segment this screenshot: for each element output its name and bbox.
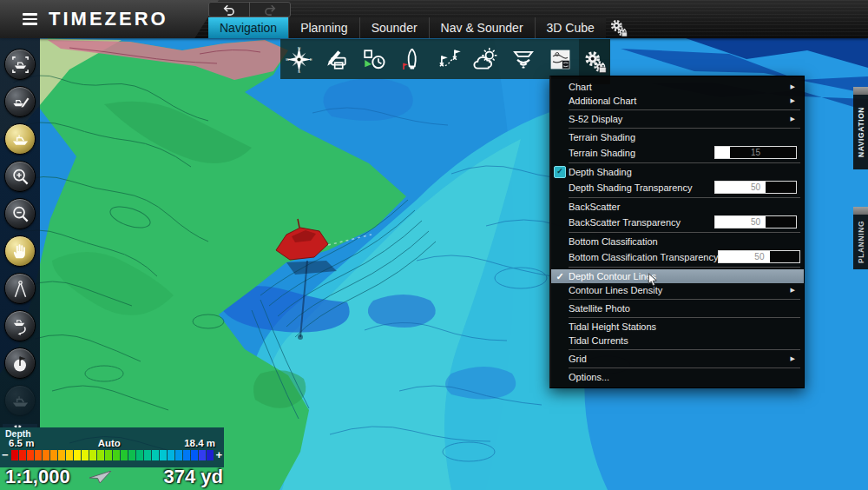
- hidden-tool-button[interactable]: [4, 385, 36, 416]
- colorbar-cell: [175, 450, 182, 460]
- menu-item-options[interactable]: Options...: [551, 370, 804, 384]
- colorbar-cell: [97, 450, 104, 460]
- depth-min-value: 6.5 m: [9, 438, 34, 448]
- selection-timer-icon[interactable]: [355, 39, 392, 79]
- colorbar-cell: [136, 450, 143, 460]
- colorbar-cell: [58, 450, 65, 460]
- notes-print-icon[interactable]: [318, 39, 355, 79]
- colorbar-cell: [19, 450, 26, 460]
- go-to-boat-button[interactable]: [4, 310, 36, 341]
- menu-separator: [569, 128, 800, 129]
- measure-dividers-button[interactable]: [4, 273, 36, 304]
- menu-item-grid[interactable]: Grid ▶: [551, 352, 804, 366]
- colorbar-cell: [105, 450, 112, 460]
- checkbox-checked-icon: ✓: [554, 166, 566, 178]
- depth-scale-plus-button[interactable]: +: [215, 450, 222, 460]
- colorbar-cell: [191, 450, 198, 460]
- menu-item-terrain-shading-slider: Terrain Shading 15: [551, 144, 804, 161]
- colorbar-cell: [113, 450, 120, 460]
- menu-item-contour-lines-density[interactable]: Contour Lines Density ▶: [551, 283, 804, 297]
- zoom-out-button[interactable]: [4, 198, 36, 229]
- colorbar-cell: [160, 450, 167, 460]
- timezero-app: { "header": { "title": "TIMEZERO", "tabs…: [0, 0, 868, 490]
- menu-separator: [569, 349, 800, 350]
- submenu-arrow-icon: ▶: [791, 97, 800, 104]
- colorbar-cell: [89, 450, 96, 460]
- tool-sidebar: [0, 38, 40, 427]
- backscatter-transparency-slider[interactable]: 50: [714, 215, 797, 228]
- pan-hand-button[interactable]: [4, 235, 36, 267]
- colorbar-cell: [50, 450, 57, 460]
- drop-mark-flag-button[interactable]: [4, 348, 36, 379]
- menu-item-tidal-height-stations[interactable]: Tidal Height Stations: [551, 320, 804, 334]
- tab-planning[interactable]: Planning: [288, 17, 359, 38]
- menu-separator: [569, 299, 800, 300]
- tab-nav-and-sounder[interactable]: Nav & Sounder: [429, 17, 535, 38]
- menu-separator: [569, 368, 800, 368]
- tab-navigation[interactable]: Navigation: [208, 17, 288, 38]
- redo-button[interactable]: [250, 3, 290, 17]
- menu-item-tidal-currents[interactable]: Tidal Currents: [551, 334, 804, 348]
- workspace-settings-gears-icon[interactable]: [606, 17, 632, 38]
- menu-separator: [569, 109, 800, 110]
- menu-item-terrain-shading[interactable]: Terrain Shading: [551, 130, 804, 144]
- submenu-arrow-icon: ▶: [791, 287, 800, 294]
- colorbar-cell: [11, 450, 18, 460]
- depth-shading-transparency-slider[interactable]: 50: [714, 181, 797, 194]
- menu-item-s52-display[interactable]: S-52 Display ▶: [551, 112, 804, 126]
- depth-max-value: 18.4 m: [184, 438, 215, 448]
- tab-3d-cube[interactable]: 3D Cube: [535, 17, 606, 38]
- depth-mode[interactable]: Auto: [98, 438, 121, 448]
- menu-item-depth-shading[interactable]: ✓ Depth Shading: [551, 165, 804, 179]
- undo-button[interactable]: [209, 3, 249, 17]
- menu-separator: [569, 162, 800, 163]
- compass-rose-icon[interactable]: [280, 39, 318, 79]
- sounder-icon[interactable]: [504, 39, 542, 79]
- bottom-classification-transparency-slider[interactable]: 50: [718, 250, 800, 263]
- header-bar: TIMEZERO Navigation Planning Sounder Nav…: [0, 0, 868, 38]
- boat-3d-view-button[interactable]: [4, 123, 36, 155]
- colorbar-cell: [82, 450, 89, 460]
- zoom-in-button[interactable]: [4, 161, 36, 192]
- check-icon: ✓: [556, 271, 563, 282]
- menu-item-depth-contour-lines[interactable]: ✓ Depth Contour Lines: [551, 269, 804, 283]
- app-title: TIMEZERO: [49, 8, 168, 30]
- menu-item-depth-shading-transparency: Depth Shading Transparency 50: [551, 179, 804, 195]
- chart-scale: 1:1,000: [5, 466, 70, 488]
- terrain-shading-slider[interactable]: 15: [714, 146, 797, 159]
- tab-sounder[interactable]: Sounder: [359, 17, 429, 38]
- weather-icon[interactable]: [467, 39, 504, 79]
- hamburger-menu-icon[interactable]: [23, 13, 37, 24]
- north-pointer-icon: [89, 471, 112, 484]
- side-tab-navigation[interactable]: NAVIGATION: [853, 87, 868, 169]
- map-toolbar: [280, 39, 579, 79]
- menu-separator: [569, 197, 800, 198]
- colorbar-cell: [168, 450, 174, 460]
- side-tab-cap: [853, 87, 868, 95]
- menu-separator: [569, 317, 800, 318]
- menu-item-bottom-classification-transparency: Bottom Classification Transparency 50: [551, 248, 804, 265]
- menu-separator: [569, 232, 800, 233]
- side-tab-cap: [853, 207, 868, 215]
- menu-item-bottom-classification[interactable]: Bottom Classification: [551, 235, 804, 248]
- chart-overlay-icon[interactable]: [542, 39, 579, 79]
- colorbar-cell: [27, 450, 34, 460]
- center-on-boat-button[interactable]: [4, 49, 36, 80]
- status-bar: 1:1,000 374 yd: [0, 466, 226, 490]
- depth-scale-minus-button[interactable]: −: [2, 450, 9, 460]
- boat-edit-button[interactable]: [4, 86, 36, 117]
- depth-legend-panel: Depth 6.5 m Auto 18.4 m − +: [0, 427, 224, 467]
- depth-colorbar[interactable]: [11, 450, 214, 460]
- colorbar-cell: [152, 450, 159, 460]
- menu-item-additional-chart[interactable]: Additional Chart ▶: [551, 94, 804, 108]
- menu-item-chart[interactable]: Chart ▶: [551, 80, 804, 94]
- menu-item-satellite-photo[interactable]: Satellite Photo: [551, 301, 804, 315]
- marks-flags-icon[interactable]: [430, 39, 467, 79]
- colorbar-cell: [66, 450, 73, 460]
- colorbar-cell: [43, 450, 49, 460]
- route-boat-icon[interactable]: [392, 39, 430, 79]
- logo-block: TIMEZERO: [0, 0, 219, 38]
- colorbar-cell: [35, 450, 42, 460]
- menu-item-backscatter[interactable]: BackScatter: [551, 200, 804, 214]
- side-tab-planning[interactable]: PLANNING: [853, 207, 868, 269]
